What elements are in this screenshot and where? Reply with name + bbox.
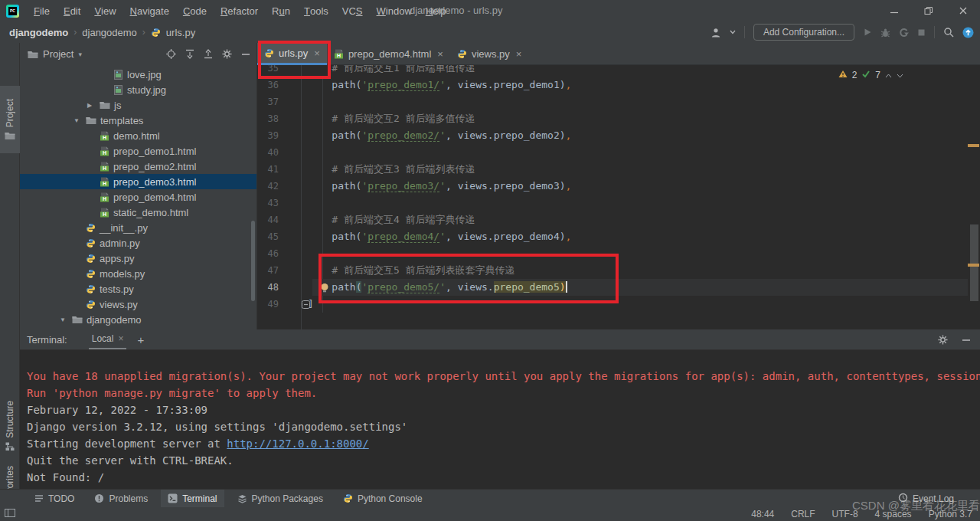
tool-window-button-terminal[interactable]: Terminal bbox=[161, 490, 224, 507]
tree-item-tests-py[interactable]: tests.py bbox=[20, 281, 256, 297]
status-item-48-44[interactable]: 48:44 bbox=[751, 509, 774, 519]
code-line-39[interactable]: 39 path('prepo_demo2/', views.prepo_demo… bbox=[257, 127, 968, 144]
prev-issue-icon[interactable] bbox=[885, 70, 892, 80]
server-url-link[interactable]: http://127.0.0.1:8000/ bbox=[227, 437, 368, 450]
project-view-selector[interactable]: Project ▾ bbox=[28, 48, 82, 60]
expand-all-icon[interactable] bbox=[185, 49, 194, 59]
debug-icon[interactable] bbox=[880, 28, 890, 38]
line-number: 41 bbox=[257, 161, 279, 178]
chevron-down-icon[interactable]: ▼ bbox=[60, 316, 72, 323]
code-line-44[interactable]: 44 # 前后端交互4 前后端字典传递 bbox=[257, 211, 968, 228]
stop-icon[interactable] bbox=[917, 28, 926, 37]
tree-item-views-py[interactable]: views.py bbox=[20, 297, 256, 312]
menu-refactor[interactable]: Refactor bbox=[214, 0, 265, 21]
tree-item-apps-py[interactable]: apps.py bbox=[20, 251, 256, 266]
stripe-button-structure[interactable]: Structure bbox=[0, 395, 20, 457]
editor-tab-views-py[interactable]: views.py× bbox=[450, 43, 528, 65]
tree-item-prepo-demo1-html[interactable]: Hprepo_demo1.html bbox=[20, 143, 256, 159]
csdn-watermark: CSDN @雾里看花花里看雾 bbox=[852, 499, 980, 513]
menu-navigate[interactable]: Navigate bbox=[123, 0, 176, 21]
tree-item-admin-py[interactable]: admin.py bbox=[20, 235, 256, 251]
inspections-widget[interactable]: 2 7 bbox=[838, 69, 903, 80]
tree-scrollbar[interactable] bbox=[251, 221, 255, 301]
tool-window-button-problems[interactable]: Problems bbox=[87, 490, 155, 507]
tool-window-button-todo[interactable]: TODO bbox=[28, 490, 81, 507]
run-with-coverage-icon[interactable] bbox=[899, 28, 909, 38]
code-line-37[interactable]: 37 bbox=[257, 93, 968, 110]
tree-item-js[interactable]: ▶js bbox=[20, 97, 256, 113]
tree-item-prepo-demo4-html[interactable]: Hprepo_demo4.html bbox=[20, 189, 256, 205]
locate-file-icon[interactable] bbox=[166, 49, 176, 59]
code-line-49[interactable]: 49] bbox=[257, 296, 968, 313]
breadcrumb-package[interactable]: djangodemo bbox=[82, 27, 137, 38]
warning-stripe-mark[interactable] bbox=[968, 264, 979, 267]
menu-file[interactable]: File bbox=[27, 0, 57, 21]
code-line-45[interactable]: 45 path('prepo_demo4/', views.prepo_demo… bbox=[257, 228, 968, 245]
chevron-down-icon[interactable] bbox=[730, 30, 736, 34]
editor-scrollbar[interactable] bbox=[970, 224, 978, 301]
tool-window-button-python-packages[interactable]: Python Packages bbox=[230, 490, 330, 507]
code-line-48[interactable]: 48 path('prepo_demo5/', views.prepo_demo… bbox=[257, 279, 968, 296]
tree-item--init-py[interactable]: __init__.py bbox=[20, 220, 256, 235]
code-area[interactable]: 35 # 前后端交互1 前后端单值传递36 path('prepo_demo1/… bbox=[257, 43, 980, 329]
breadcrumb-project[interactable]: djangodemo bbox=[9, 27, 68, 38]
tree-item-templates[interactable]: ▼templates bbox=[20, 113, 256, 128]
chevron-right-icon[interactable]: ▶ bbox=[87, 102, 100, 109]
ide-update-icon[interactable] bbox=[962, 27, 974, 38]
tree-item-prepo-demo3-html[interactable]: Hprepo_demo3.html bbox=[20, 174, 256, 189]
close-button[interactable] bbox=[946, 0, 980, 21]
tree-item-study-jpg[interactable]: study.jpg bbox=[20, 82, 256, 97]
new-terminal-button[interactable]: + bbox=[137, 333, 144, 346]
stripe-button-project[interactable]: Project bbox=[0, 86, 20, 153]
warning-stripe-mark[interactable] bbox=[968, 144, 979, 147]
add-configuration-button[interactable]: Add Configuration... bbox=[753, 24, 854, 41]
next-issue-icon[interactable] bbox=[897, 70, 903, 80]
status-item-crlf[interactable]: CRLF bbox=[791, 509, 815, 519]
breadcrumb-file[interactable]: urls.py bbox=[166, 27, 195, 38]
problems-icon bbox=[94, 493, 104, 503]
tree-item-love-jpg[interactable]: love.jpg bbox=[20, 67, 256, 82]
editor-tab-prepo-demo4-html[interactable]: Hprepo_demo4.html× bbox=[327, 43, 450, 65]
code-line-42[interactable]: 42 path('prepo_demo3/', views.prepo_demo… bbox=[257, 178, 968, 195]
code-line-40[interactable]: 40 bbox=[257, 144, 968, 161]
close-tab-icon[interactable]: × bbox=[437, 48, 443, 60]
code-line-41[interactable]: 41 # 前后端交互3 前后端列表传递 bbox=[257, 161, 968, 178]
code-line-38[interactable]: 38 # 前后端交互2 前后端多值传递 bbox=[257, 110, 968, 127]
code-text: path('prepo_demo1/', views.prepo_demo1), bbox=[308, 77, 571, 93]
tree-item-static-demo-html[interactable]: Hstatic_demo.html bbox=[20, 205, 256, 220]
menu-view[interactable]: View bbox=[87, 0, 122, 21]
code-line-43[interactable]: 43 bbox=[257, 195, 968, 211]
restore-button[interactable] bbox=[911, 0, 946, 21]
close-tab-icon[interactable]: × bbox=[516, 48, 522, 60]
hide-panel-icon[interactable] bbox=[962, 336, 971, 345]
terminal-line: Django version 3.2.12, using settings 'd… bbox=[27, 418, 407, 435]
close-icon[interactable]: × bbox=[118, 333, 123, 344]
tool-window-button-python-console[interactable]: Python Console bbox=[336, 490, 430, 507]
menu-code[interactable]: Code bbox=[176, 0, 214, 21]
code-line-47[interactable]: 47 # 前后端交互5 前后端列表嵌套字典传递 bbox=[257, 262, 968, 279]
tree-item-prepo-demo2-html[interactable]: Hprepo_demo2.html bbox=[20, 159, 256, 174]
close-tab-icon[interactable]: × bbox=[314, 48, 320, 59]
menu-tools[interactable]: Tools bbox=[297, 0, 335, 21]
terminal-tab-local[interactable]: Local × bbox=[89, 329, 127, 349]
menu-vcs[interactable]: VCS bbox=[335, 0, 370, 21]
svg-text:H: H bbox=[337, 53, 341, 58]
user-account-icon[interactable] bbox=[711, 28, 721, 38]
collapse-all-icon[interactable] bbox=[204, 49, 213, 59]
settings-icon[interactable] bbox=[938, 335, 948, 345]
tree-item-demo-html[interactable]: Hdemo.html bbox=[20, 128, 256, 143]
chevron-down-icon[interactable]: ▼ bbox=[74, 117, 86, 124]
search-everywhere-icon[interactable] bbox=[943, 27, 954, 38]
tree-item-djangodemo[interactable]: ▼djangodemo bbox=[20, 312, 256, 327]
tool-window-quick-access-icon[interactable] bbox=[5, 509, 15, 519]
tree-item-models-py[interactable]: models.py bbox=[20, 266, 256, 281]
settings-icon[interactable] bbox=[222, 49, 232, 59]
code-line-46[interactable]: 46 bbox=[257, 245, 968, 262]
minimize-button[interactable] bbox=[877, 0, 911, 21]
run-icon[interactable] bbox=[863, 28, 872, 37]
editor-tab-urls-py[interactable]: urls.py× bbox=[257, 43, 327, 65]
menu-run[interactable]: Run bbox=[265, 0, 297, 21]
hide-panel-icon[interactable] bbox=[241, 50, 250, 59]
html-file-icon: H bbox=[100, 192, 109, 202]
menu-edit[interactable]: Edit bbox=[57, 0, 87, 21]
